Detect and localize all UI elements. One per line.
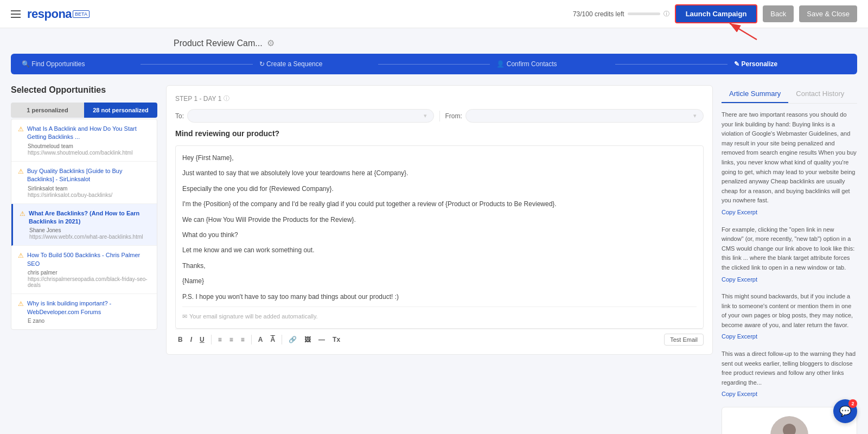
settings-icon[interactable]: ⚙ bbox=[267, 38, 275, 48]
opp-author: chris palmer bbox=[28, 270, 150, 276]
copy-excerpt-3[interactable]: Copy Excerpt bbox=[722, 332, 857, 342]
email-toolbar: B I U ≡ ≡ ≡ A Ā 🔗 🖼 — Tx Test Email bbox=[175, 329, 704, 346]
opp-title: Why is link building important? - WebDev… bbox=[27, 299, 150, 316]
toolbar-sep-3 bbox=[282, 335, 282, 344]
image-button[interactable]: 🖼 bbox=[302, 334, 314, 345]
opp-url: https://sirlinksalot.co/buy-backlinks/ bbox=[28, 192, 150, 198]
list-item[interactable]: ⚠ Buy Quality Backlinks [Guide to Buy Ba… bbox=[11, 162, 157, 204]
list-item[interactable]: ⚠ How To Build 500 Backlinks - Chris Pal… bbox=[11, 246, 157, 294]
tab-contact-history[interactable]: Contact History bbox=[788, 85, 852, 103]
opportunity-list: ⚠ What Is A Backlink and How Do You Star… bbox=[11, 119, 157, 330]
excerpt-3-text: This might sound backwards, but if you i… bbox=[722, 292, 857, 330]
separator-button[interactable]: — bbox=[316, 334, 328, 345]
bold-button[interactable]: B bbox=[175, 334, 186, 345]
warning-icon: ⚠ bbox=[18, 252, 24, 259]
step-personalize[interactable]: ✎ Personalize bbox=[734, 60, 846, 68]
step-create-sequence[interactable]: ↻ Create a Sequence bbox=[259, 60, 372, 68]
from-input[interactable]: ▾ bbox=[465, 109, 704, 123]
test-email-button[interactable]: Test Email bbox=[664, 334, 704, 346]
list-item[interactable]: ⚠ What Is A Backlink and How Do You Star… bbox=[11, 119, 157, 162]
warning-icon: ⚠ bbox=[18, 168, 24, 175]
launch-campaign-button[interactable]: Launch Campaign bbox=[675, 4, 758, 23]
hamburger-menu[interactable] bbox=[11, 10, 21, 18]
opp-title: Buy Quality Backlinks [Guide to Buy Back… bbox=[27, 167, 150, 184]
left-panel: Selected Opportunities 1 personalized 28… bbox=[11, 85, 157, 434]
step-label: STEP 1 - DAY 1 ⓘ bbox=[175, 94, 704, 103]
logo-beta: BETA bbox=[73, 10, 90, 18]
excerpt-2-text: For example, clicking the "open link in … bbox=[722, 225, 857, 273]
header-left: respona BETA bbox=[11, 7, 90, 21]
step4-label: Personalize bbox=[742, 60, 778, 68]
excerpt-1: There are two important reasons you shou… bbox=[722, 110, 857, 218]
excerpt-3: This might sound backwards, but if you i… bbox=[722, 292, 857, 342]
logo-text: respona bbox=[27, 7, 72, 21]
font-size-button[interactable]: Ā bbox=[267, 334, 278, 345]
right-tabs: Article Summary Contact History bbox=[722, 85, 857, 104]
align-left-button[interactable]: ≡ bbox=[215, 334, 225, 345]
tab-personalized[interactable]: 1 personalized bbox=[11, 103, 84, 118]
personalization-tabs: 1 personalized 28 not personalized bbox=[11, 103, 157, 118]
underline-button[interactable]: U bbox=[197, 334, 207, 345]
step-confirm-contacts[interactable]: 👤 Confirm Contacts bbox=[496, 60, 609, 68]
envelope-icon: ✉ bbox=[182, 311, 187, 322]
step-find-opportunities[interactable]: 🔍 Find Opportunities bbox=[22, 60, 134, 68]
right-panel: Article Summary Contact History There ar… bbox=[722, 85, 857, 434]
campaign-title: Product Review Cam... bbox=[174, 39, 263, 48]
italic-button[interactable]: I bbox=[188, 334, 195, 345]
font-color-button[interactable]: A bbox=[256, 334, 266, 345]
email-subject: Mind reviewing our product? bbox=[175, 129, 704, 138]
excerpt-4-text: This was a direct follow-up to the warni… bbox=[722, 349, 857, 387]
main-content: Selected Opportunities 1 personalized 28… bbox=[0, 74, 868, 434]
from-label: From: bbox=[445, 112, 462, 120]
step-divider-2 bbox=[378, 64, 490, 65]
toolbar-sep-1 bbox=[211, 335, 212, 344]
align-center-button[interactable]: ≡ bbox=[227, 334, 236, 345]
credits-info-icon[interactable]: ⓘ bbox=[663, 10, 669, 18]
list-item[interactable]: ⚠ Why is link building important? - WebD… bbox=[11, 294, 157, 329]
back-button[interactable]: Back bbox=[763, 5, 794, 22]
copy-excerpt-2[interactable]: Copy Excerpt bbox=[722, 275, 857, 285]
list-button[interactable]: ≡ bbox=[238, 334, 247, 345]
avatar bbox=[770, 416, 808, 434]
copy-excerpt-4[interactable]: Copy Excerpt bbox=[722, 390, 857, 399]
opp-url: https://chrispalmerseopadia.com/black-fr… bbox=[28, 276, 150, 288]
chat-button[interactable]: 💬 2 bbox=[833, 399, 857, 423]
article-summary-content: There are two important reasons you shou… bbox=[722, 110, 857, 399]
warning-icon: ⚠ bbox=[18, 125, 24, 133]
list-item[interactable]: ⚠ What Are Backlinks? (And How to Earn B… bbox=[11, 204, 157, 246]
chat-icon: 💬 bbox=[839, 405, 851, 417]
email-to-group: To: ▾ bbox=[175, 109, 434, 123]
email-body[interactable]: Hey {First Name}, Just wanted to say tha… bbox=[175, 145, 704, 329]
credits-label: 73/100 credits left bbox=[573, 10, 624, 18]
email-to-from: To: ▾ From: ▾ bbox=[175, 109, 704, 123]
signature-note: ✉ Your email signature will be added aut… bbox=[182, 307, 697, 322]
excerpt-1-text: There are two important reasons you shou… bbox=[722, 110, 857, 206]
step-info-icon[interactable]: ⓘ bbox=[224, 94, 229, 103]
find-icon: 🔍 bbox=[22, 60, 30, 68]
tab-not-personalized[interactable]: 28 not personalized bbox=[84, 103, 157, 118]
copy-excerpt-1[interactable]: Copy Excerpt bbox=[722, 208, 857, 218]
chat-badge: 2 bbox=[848, 399, 857, 408]
opp-title: How To Build 500 Backlinks - Chris Palme… bbox=[27, 251, 150, 268]
save-close-button[interactable]: Save & Close bbox=[799, 5, 857, 22]
credits-display: 73/100 credits left ⓘ bbox=[573, 10, 669, 18]
field-divider bbox=[439, 111, 440, 122]
toolbar-sep-2 bbox=[251, 335, 252, 344]
step-divider-3 bbox=[615, 64, 727, 65]
link-button[interactable]: 🔗 bbox=[286, 334, 299, 345]
clear-format-button[interactable]: Tx bbox=[330, 334, 343, 345]
excerpt-4: This was a direct follow-up to the warni… bbox=[722, 349, 857, 399]
opp-url: https://www.shoutmeloud.com/backlink.htm… bbox=[28, 150, 150, 156]
sequence-icon: ↻ bbox=[259, 60, 265, 68]
opp-author: Shoutmeloud team bbox=[28, 143, 150, 149]
section-title: Selected Opportunities bbox=[11, 85, 157, 95]
contacts-icon: 👤 bbox=[496, 60, 505, 68]
to-input[interactable]: ▾ bbox=[187, 109, 433, 123]
step-divider-1 bbox=[141, 64, 253, 65]
opp-url: https://www.webfx.com/what-are-backlinks… bbox=[29, 234, 150, 240]
tab-article-summary[interactable]: Article Summary bbox=[722, 85, 788, 103]
progress-steps: 🔍 Find Opportunities ↻ Create a Sequence… bbox=[11, 54, 857, 74]
email-composer: STEP 1 - DAY 1 ⓘ To: ▾ From: ▾ bbox=[166, 85, 713, 355]
logo: respona BETA bbox=[27, 7, 90, 21]
warning-icon: ⚠ bbox=[18, 300, 24, 308]
